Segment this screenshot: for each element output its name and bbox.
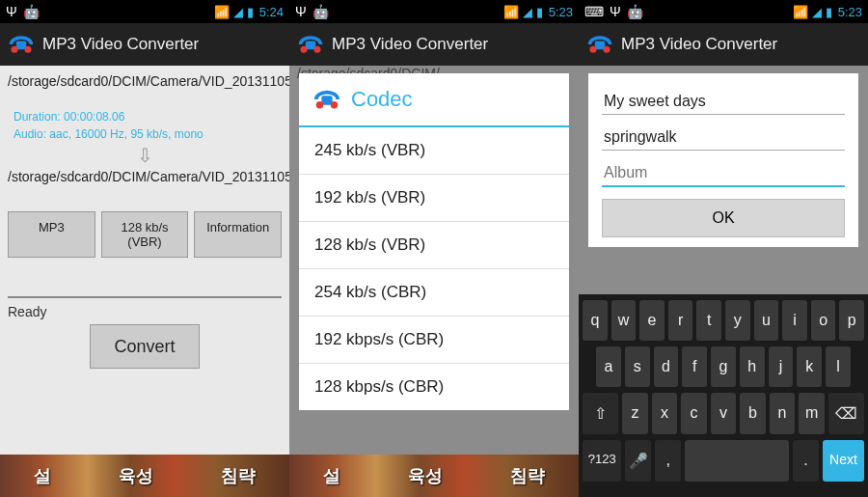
key-e[interactable]: e [639,300,665,341]
svg-rect-9 [595,41,606,50]
arrow-down-icon: ⇩ [8,144,282,167]
key-backspace[interactable]: ⌫ [828,393,864,434]
status-bar: Ψ 🤖 📶 ◢ ▮ 5:24 [0,0,289,23]
key-k[interactable]: k [797,346,822,387]
key-p[interactable]: p [839,300,864,341]
android-icon: 🤖 [23,4,40,19]
app-title: MP3 Video Converter [621,35,777,54]
key-b[interactable]: b [740,393,766,434]
key-shift[interactable]: ⇧ [583,393,618,434]
key-q[interactable]: q [583,300,608,341]
ad-text: 설 [323,464,340,487]
usb-icon: Ψ [610,4,621,19]
key-g[interactable]: g [711,346,736,387]
key-i[interactable]: i [782,300,807,341]
app-icon [8,31,35,58]
codec-option[interactable]: 245 kb/s (VBR) [299,127,569,175]
usb-icon: Ψ [6,4,17,19]
title-bar: MP3 Video Converter [289,23,579,66]
artist-field[interactable] [602,123,845,151]
key-r[interactable]: r [668,300,693,341]
key-m[interactable]: m [799,393,825,434]
svg-rect-0 [16,41,27,50]
key-s[interactable]: s [625,346,650,387]
dest-path: /storage/sdcard0/DCIM/Camera/VID_2013110… [8,169,289,186]
progress-bar [8,296,282,298]
app-title: MP3 Video Converter [42,35,199,54]
clock: 5:24 [259,5,284,19]
codec-option[interactable]: 254 kb/s (CBR) [299,269,569,317]
wifi-icon: 📶 [793,5,808,19]
screen-codec-dialog: Ψ 🤖 📶 ◢ ▮ 5:23 MP3 Video Converter /stor… [289,0,579,497]
key-x[interactable]: x [652,393,678,434]
source-path: /storage/sdcard0/DCIM/Camera/VID_2013110… [8,73,289,91]
app-icon [586,31,613,58]
svg-point-5 [314,46,321,53]
svg-rect-6 [321,96,332,104]
keyboard-icon: ⌨ [584,4,604,19]
key-period[interactable]: . [793,440,819,482]
key-space[interactable] [685,440,789,482]
title-bar: MP3 Video Converter [579,23,868,66]
ok-button[interactable]: OK [602,199,845,237]
signal-icon: ◢ [523,5,532,19]
key-j[interactable]: j [769,346,794,387]
svg-point-10 [590,46,597,53]
main-content: /storage/sdcard0/DCIM/Camera/VID_2013110… [0,66,289,497]
key-u[interactable]: u [754,300,779,341]
key-mic[interactable]: 🎤 [625,440,651,482]
svg-point-4 [301,46,308,53]
key-d[interactable]: d [654,346,679,387]
svg-point-7 [316,101,324,109]
android-icon: 🤖 [627,4,643,19]
soft-keyboard: q w e r t y u i o p a s d f g h j k l ⇧ … [579,294,868,497]
app-icon [297,31,324,58]
svg-point-1 [12,46,18,53]
app-title: MP3 Video Converter [332,35,488,54]
key-h[interactable]: h [740,346,765,387]
key-comma[interactable]: , [655,440,681,482]
battery-icon: ▮ [536,5,543,19]
format-button[interactable]: MP3 [8,211,95,258]
key-o[interactable]: o [811,300,836,341]
key-l[interactable]: l [826,346,851,387]
title-bar: MP3 Video Converter [0,23,289,66]
ad-text: 침략 [510,464,545,487]
information-button[interactable]: Information [194,211,282,258]
key-y[interactable]: y [725,300,750,341]
codec-option[interactable]: 192 kbps/s (CBR) [299,317,569,364]
key-a[interactable]: a [596,346,621,387]
svg-point-8 [331,101,339,109]
ad-text: 침략 [221,464,256,487]
key-f[interactable]: f [682,346,707,387]
wifi-icon: 📶 [214,5,230,19]
codec-option[interactable]: 128 kbps/s (CBR) [299,364,569,410]
key-w[interactable]: w [611,300,637,341]
key-z[interactable]: z [622,393,648,434]
signal-icon: ◢ [812,5,822,19]
bitrate-button[interactable]: 128 kb/s (VBR) [101,211,189,258]
key-symbols[interactable]: ?123 [583,440,621,482]
key-t[interactable]: t [696,300,721,341]
key-next[interactable]: Next [823,440,864,482]
key-c[interactable]: c [681,393,707,434]
ad-banner[interactable]: 설 육성 침략 [289,455,579,497]
codec-option[interactable]: 192 kb/s (VBR) [299,175,569,222]
convert-button[interactable]: Convert [90,324,199,369]
codec-list: 245 kb/s (VBR) 192 kb/s (VBR) 128 kb/s (… [299,127,569,410]
android-icon: 🤖 [312,4,329,19]
screen-main: Ψ 🤖 📶 ◢ ▮ 5:24 MP3 Video Converter /stor… [0,0,289,497]
album-field[interactable] [602,158,845,187]
clock: 5:23 [838,5,862,19]
status-bar: ⌨ Ψ 🤖 📶 ◢ ▮ 5:23 [579,0,868,23]
key-v[interactable]: v [711,393,737,434]
key-n[interactable]: n [770,393,796,434]
codec-dialog: Codec 245 kb/s (VBR) 192 kb/s (VBR) 128 … [299,73,569,410]
ad-banner[interactable]: 설 육성 침략 [0,455,289,497]
title-field[interactable] [602,87,845,115]
screen-metadata-dialog: ⌨ Ψ 🤖 📶 ◢ ▮ 5:23 MP3 Video Converter OK … [579,0,868,497]
svg-point-2 [25,46,32,53]
clock: 5:23 [549,5,573,19]
battery-icon: ▮ [826,5,832,19]
codec-option[interactable]: 128 kb/s (VBR) [299,222,569,269]
